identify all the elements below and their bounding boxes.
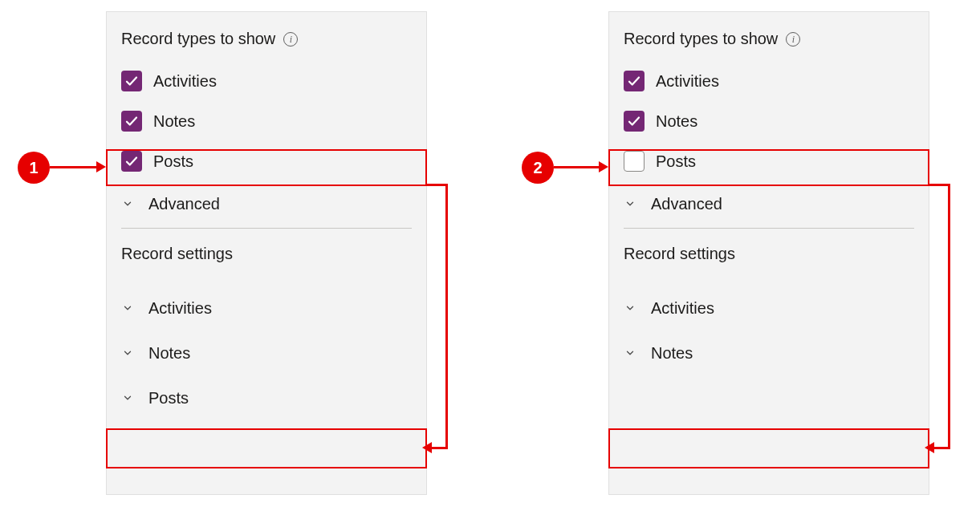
checkbox-row-notes[interactable]: Notes bbox=[107, 101, 426, 141]
checkbox-activities[interactable] bbox=[121, 71, 142, 91]
checkbox-label-activities: Activities bbox=[153, 72, 217, 91]
checkbox-row-activities[interactable]: Activities bbox=[609, 61, 929, 101]
expander-settings-notes[interactable]: Notes bbox=[107, 331, 426, 375]
expander-label: Activities bbox=[148, 299, 212, 318]
connector-line bbox=[929, 184, 950, 186]
chevron-down-icon bbox=[121, 347, 134, 359]
divider bbox=[121, 228, 412, 229]
arrow-head-icon bbox=[96, 161, 106, 172]
properties-panel-right: Record types to show i Activities Notes … bbox=[608, 11, 929, 495]
empty-settings-posts-slot bbox=[609, 375, 929, 420]
checkbox-label-activities: Activities bbox=[656, 72, 719, 91]
expander-advanced[interactable]: Advanced bbox=[107, 181, 426, 226]
checkbox-row-posts[interactable]: Posts bbox=[609, 141, 929, 181]
record-settings-header: Record settings bbox=[107, 237, 426, 286]
check-icon bbox=[124, 74, 139, 88]
chevron-down-icon bbox=[624, 302, 636, 314]
expander-settings-posts[interactable]: Posts bbox=[107, 375, 426, 420]
checkbox-label-notes: Notes bbox=[656, 112, 697, 131]
chevron-down-icon bbox=[624, 197, 636, 210]
record-types-header: Record types to show bbox=[624, 30, 778, 48]
record-types-header-row: Record types to show i bbox=[609, 30, 929, 61]
chevron-down-icon bbox=[624, 347, 636, 359]
check-icon bbox=[627, 74, 641, 88]
connector-line bbox=[445, 186, 448, 448]
checkbox-row-posts[interactable]: Posts bbox=[107, 141, 426, 181]
connector-line bbox=[432, 447, 448, 449]
expander-label: Posts bbox=[148, 389, 189, 408]
expander-label-advanced: Advanced bbox=[148, 195, 220, 213]
chevron-down-icon bbox=[121, 197, 134, 210]
checkbox-row-activities[interactable]: Activities bbox=[107, 61, 426, 101]
record-types-header: Record types to show bbox=[121, 30, 275, 48]
expander-settings-activities[interactable]: Activities bbox=[609, 286, 929, 331]
checkbox-label-notes: Notes bbox=[153, 112, 195, 131]
record-types-header-row: Record types to show i bbox=[107, 30, 426, 61]
chevron-down-icon bbox=[121, 391, 134, 404]
expander-label: Activities bbox=[651, 299, 714, 318]
expander-settings-notes[interactable]: Notes bbox=[609, 331, 929, 375]
connector-line bbox=[948, 186, 950, 448]
expander-label: Notes bbox=[651, 344, 693, 363]
checkbox-label-posts: Posts bbox=[153, 152, 193, 171]
checkbox-notes[interactable] bbox=[121, 111, 142, 132]
expander-advanced[interactable]: Advanced bbox=[609, 181, 929, 226]
chevron-down-icon bbox=[121, 302, 134, 314]
arrow-head-icon bbox=[599, 161, 608, 172]
expander-label-advanced: Advanced bbox=[651, 195, 722, 213]
record-settings-header: Record settings bbox=[609, 237, 929, 286]
info-icon[interactable]: i bbox=[283, 32, 298, 47]
expander-label: Notes bbox=[148, 344, 190, 363]
check-icon bbox=[124, 154, 139, 168]
properties-panel-left: Record types to show i Activities Notes … bbox=[106, 11, 427, 495]
annotation-badge-2: 2 bbox=[522, 152, 554, 184]
expander-settings-activities[interactable]: Activities bbox=[107, 286, 426, 331]
info-icon[interactable]: i bbox=[786, 32, 800, 47]
checkbox-row-notes[interactable]: Notes bbox=[609, 101, 929, 141]
connector-line bbox=[934, 447, 950, 449]
check-icon bbox=[124, 114, 139, 128]
checkbox-posts[interactable] bbox=[624, 151, 645, 172]
annotation-arrow-2 bbox=[554, 166, 599, 168]
checkbox-activities[interactable] bbox=[624, 71, 645, 91]
checkbox-label-posts: Posts bbox=[656, 152, 696, 171]
annotation-badge-1: 1 bbox=[18, 152, 50, 184]
divider bbox=[624, 228, 914, 229]
check-icon bbox=[627, 114, 641, 128]
annotation-arrow-1 bbox=[50, 166, 96, 168]
checkbox-posts[interactable] bbox=[121, 151, 142, 172]
connector-line bbox=[427, 184, 448, 186]
checkbox-notes[interactable] bbox=[624, 111, 645, 132]
